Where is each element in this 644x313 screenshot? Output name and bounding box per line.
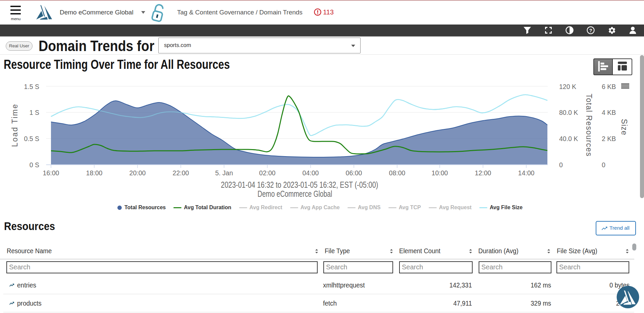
svg-text:20:00: 20:00 xyxy=(129,169,146,177)
svg-text:120 K: 120 K xyxy=(559,83,576,90)
svg-text:1 S: 1 S xyxy=(30,109,39,116)
svg-text:5. Jan: 5. Jan xyxy=(215,169,233,177)
svg-text:04:00: 04:00 xyxy=(303,169,319,177)
svg-text:?: ? xyxy=(589,28,592,33)
svg-text:Size: Size xyxy=(620,119,629,135)
svg-text:0: 0 xyxy=(602,161,605,169)
svg-text:4 KB: 4 KB xyxy=(602,109,616,116)
svg-text:02:00: 02:00 xyxy=(259,169,276,177)
svg-text:06:00: 06:00 xyxy=(346,169,362,177)
svg-text:Total Resources: Total Resources xyxy=(585,94,593,156)
svg-text:80.0 K: 80.0 K xyxy=(559,109,578,116)
svg-text:10:00: 10:00 xyxy=(432,169,448,177)
svg-text:16:00: 16:00 xyxy=(43,169,59,177)
svg-text:12:00: 12:00 xyxy=(475,169,491,177)
svg-text:22:00: 22:00 xyxy=(173,169,189,177)
svg-text:08:00: 08:00 xyxy=(389,169,406,177)
svg-text:0: 0 xyxy=(559,161,563,169)
svg-text:2 KB: 2 KB xyxy=(602,135,616,142)
svg-text:1.5 S: 1.5 S xyxy=(24,83,39,90)
svg-text:14:00: 14:00 xyxy=(518,169,535,177)
svg-text:18:00: 18:00 xyxy=(86,169,103,177)
svg-text:40.0 K: 40.0 K xyxy=(559,135,578,142)
svg-text:Load Time: Load Time xyxy=(10,104,19,147)
svg-text:0 S: 0 S xyxy=(30,161,39,169)
svg-text:6 KB: 6 KB xyxy=(602,83,616,90)
svg-text:0.5 S: 0.5 S xyxy=(24,135,39,142)
